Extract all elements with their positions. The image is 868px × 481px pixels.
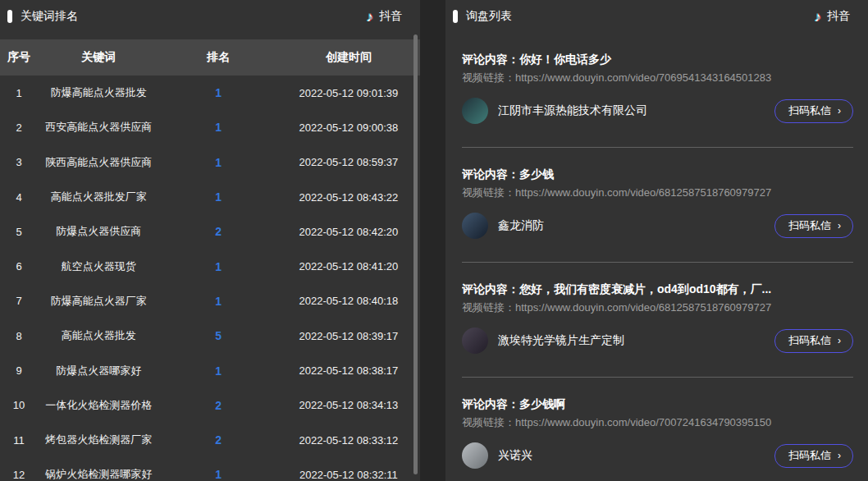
rank-cell: 2 [160, 225, 277, 238]
row-index-cell: 12 [0, 469, 38, 481]
chevron-right-icon: › [838, 451, 841, 460]
inquiry-item: 评论内容：您好，我们有密度衰减片，od4到od10都有，厂... 视频链接：ht… [462, 263, 853, 378]
table-row: 5 防爆点火器供应商 2 2022-05-12 08:42:20 [0, 214, 420, 249]
video-link: 视频链接：https://www.douyin.com/video/681258… [462, 300, 853, 314]
rank-cell: 1 [160, 260, 277, 273]
keyword-cell: 防爆高能点火器厂家 [38, 294, 159, 309]
chevron-right-icon: › [838, 221, 841, 231]
row-index-cell: 11 [0, 434, 38, 447]
keyword-panel-header: 关键词排名 ♪ 抖音 [0, 0, 420, 33]
account-name: 江阴市丰源热能技术有限公司 [498, 103, 647, 118]
keyword-ranking-panel: 关键词排名 ♪ 抖音 序号 关键词 排名 创建时间 1 防爆高能点火器批发 1 … [0, 0, 420, 481]
col-header-created: 创建时间 [277, 50, 420, 65]
rank-cell: 1 [160, 364, 277, 378]
platform-badge: ♪ 抖音 [367, 9, 403, 24]
left-panel-scrollbar[interactable] [413, 34, 418, 474]
rank-cell: 1 [160, 156, 277, 169]
platform-badge: ♪ 抖音 [815, 9, 851, 24]
row-index-cell: 4 [0, 191, 38, 204]
comment-content: 评论内容：您好，我们有密度衰减片，od4到od10都有，厂... [462, 281, 853, 297]
rank-cell: 5 [160, 329, 277, 342]
profile-row: 兴诺兴 扫码私信 › [462, 442, 853, 481]
table-row: 3 陕西高能点火器供应商 1 2022-05-12 08:59:37 [0, 145, 420, 180]
rank-cell: 2 [160, 399, 277, 412]
keyword-cell: 陕西高能点火器供应商 [38, 155, 159, 170]
avatar [462, 213, 488, 239]
video-link: 视频链接：https://www.douyin.com/video/706954… [462, 71, 853, 85]
table-row: 11 烤包器火焰检测器厂家 2 2022-05-12 08:33:12 [0, 423, 420, 457]
rank-cell: 1 [160, 190, 277, 204]
account-name: 激埃特光学镜片生产定制 [498, 333, 624, 348]
keyword-cell: 防爆点火器供应商 [38, 224, 159, 239]
created-time-cell: 2022-05-12 08:42:20 [277, 226, 420, 238]
created-time-cell: 2022-05-12 09:00:38 [277, 121, 420, 134]
created-time-cell: 2022-05-12 08:32:11 [277, 469, 420, 481]
profile-row: 江阴市丰源热能技术有限公司 扫码私信 › [462, 98, 853, 147]
row-index-cell: 1 [0, 87, 38, 99]
avatar [462, 442, 488, 469]
inquiry-item: 评论内容：你好！你电话多少 视频链接：https://www.douyin.co… [462, 33, 853, 148]
created-time-cell: 2022-05-12 08:59:37 [277, 156, 420, 168]
profile-row: 激埃特光学镜片生产定制 扫码私信 › [462, 328, 853, 377]
keyword-table-header: 序号 关键词 排名 创建时间 [0, 39, 420, 76]
inquiry-list: 评论内容：你好！你电话多少 视频链接：https://www.douyin.co… [445, 33, 868, 481]
keyword-table: 序号 关键词 排名 创建时间 1 防爆高能点火器批发 1 2022-05-12 … [0, 39, 420, 481]
row-index-cell: 2 [0, 121, 38, 134]
keyword-cell: 高能点火器批发 [38, 328, 159, 343]
col-header-keyword: 关键词 [38, 50, 159, 65]
platform-label: 抖音 [827, 9, 850, 24]
table-row: 6 航空点火器现货 1 2022-05-12 08:41:20 [0, 249, 420, 283]
table-row: 2 西安高能点火器供应商 1 2022-05-12 09:00:38 [0, 110, 420, 144]
keyword-cell: 航空点火器现货 [38, 259, 159, 274]
title-bar-icon [7, 10, 12, 23]
keyword-cell: 防爆点火器哪家好 [38, 364, 159, 378]
col-header-rank: 排名 [160, 50, 277, 65]
row-index-cell: 8 [0, 330, 38, 342]
title-bar-icon [453, 10, 458, 23]
created-time-cell: 2022-05-12 08:38:17 [277, 364, 420, 377]
keyword-cell: 锅炉火焰检测器哪家好 [38, 467, 159, 481]
inquiry-item: 评论内容：多少钱啊 视频链接：https://www.douyin.com/vi… [462, 378, 853, 481]
douyin-icon: ♪ [367, 10, 374, 24]
keyword-cell: 高能点火器批发厂家 [38, 190, 159, 204]
account-name: 鑫龙消防 [498, 218, 544, 233]
account-name: 兴诺兴 [498, 448, 532, 463]
keyword-cell: 防爆高能点火器批发 [38, 85, 159, 100]
comment-content: 评论内容：多少钱 [462, 166, 853, 182]
row-index-cell: 5 [0, 226, 38, 238]
keyword-cell: 烤包器火焰检测器厂家 [38, 433, 159, 447]
scan-qr-message-button[interactable]: 扫码私信 › [774, 444, 853, 468]
inquiry-list-panel: 询盘列表 ♪ 抖音 评论内容：你好！你电话多少 视频链接：https://www… [445, 0, 868, 481]
inquiry-panel-title: 询盘列表 [466, 9, 512, 24]
row-index-cell: 3 [0, 156, 38, 168]
chevron-right-icon: › [838, 106, 841, 116]
keyword-table-body: 1 防爆高能点火器批发 1 2022-05-12 09:01:39 2 西安高能… [0, 76, 420, 481]
rank-cell: 1 [160, 86, 277, 99]
platform-label: 抖音 [379, 9, 402, 24]
chevron-right-icon: › [838, 336, 841, 346]
table-row: 9 防爆点火器哪家好 1 2022-05-12 08:38:17 [0, 353, 420, 387]
avatar [462, 328, 488, 354]
scan-qr-message-button[interactable]: 扫码私信 › [774, 99, 853, 123]
profile-row: 鑫龙消防 扫码私信 › [462, 213, 853, 262]
rank-cell: 2 [160, 433, 277, 447]
table-row: 10 一体化火焰检测器价格 2 2022-05-12 08:34:13 [0, 388, 420, 423]
table-row: 12 锅炉火焰检测器哪家好 1 2022-05-12 08:32:11 [0, 457, 420, 481]
comment-content: 评论内容：多少钱啊 [462, 396, 853, 412]
rank-cell: 1 [160, 121, 277, 134]
created-time-cell: 2022-05-12 09:01:39 [277, 87, 420, 99]
inquiry-item: 评论内容：多少钱 视频链接：https://www.douyin.com/vid… [462, 148, 853, 263]
table-row: 7 防爆高能点火器厂家 1 2022-05-12 08:40:18 [0, 284, 420, 318]
avatar [462, 98, 488, 124]
keyword-panel-title: 关键词排名 [21, 9, 78, 24]
comment-content: 评论内容：你好！你电话多少 [462, 51, 853, 67]
scan-qr-message-button[interactable]: 扫码私信 › [774, 214, 853, 238]
video-link: 视频链接：https://www.douyin.com/video/681258… [462, 186, 853, 199]
scan-qr-message-button[interactable]: 扫码私信 › [774, 329, 853, 353]
douyin-icon: ♪ [815, 10, 822, 24]
created-time-cell: 2022-05-12 08:43:22 [277, 191, 420, 204]
row-index-cell: 6 [0, 260, 38, 273]
keyword-cell: 一体化火焰检测器价格 [38, 398, 159, 413]
created-time-cell: 2022-05-12 08:34:13 [277, 399, 420, 411]
video-link: 视频链接：https://www.douyin.com/video/700724… [462, 415, 853, 429]
